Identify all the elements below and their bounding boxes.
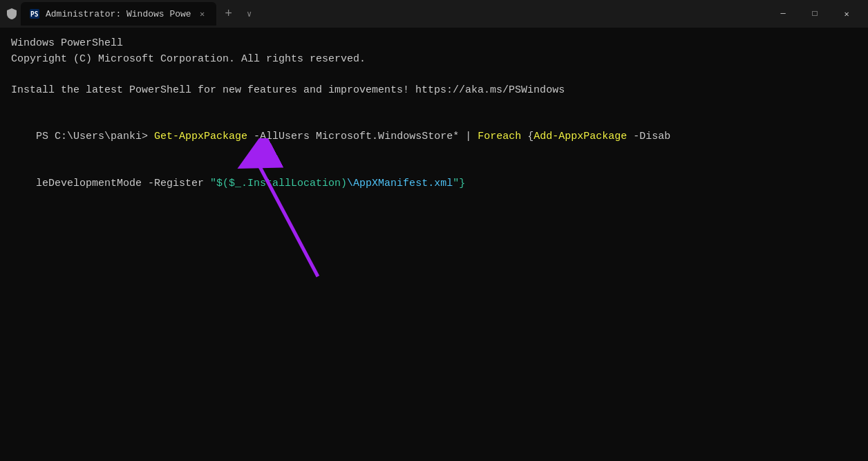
maximize-button[interactable]: □	[799, 3, 831, 25]
close-button[interactable]: ✕	[831, 3, 862, 25]
shield-icon	[6, 8, 18, 20]
title-bar-left: PS Administrator: Windows Powe ✕ + ∨	[6, 2, 258, 26]
line7-closing: "}	[453, 178, 465, 189]
line7-string: "$($_.InstallLocation)	[210, 178, 347, 189]
terminal-line-4: Install the latest PowerShell for new fe…	[11, 83, 857, 99]
terminal-line-7: leDevelopmentMode -Register "$($_.Instal…	[11, 160, 857, 207]
dropdown-button[interactable]: ∨	[241, 6, 258, 22]
cmd-part2: -AllUsers	[247, 131, 316, 142]
line7-part1: leDevelopmentMode -Register	[36, 178, 210, 189]
title-bar: PS Administrator: Windows Powe ✕ + ∨ ─ □…	[0, 0, 868, 28]
cmd-part4: |	[459, 131, 478, 142]
new-tab-button[interactable]: +	[219, 4, 238, 23]
tab-close-button[interactable]: ✕	[197, 8, 208, 19]
cmd-part6: {	[521, 131, 534, 142]
minimize-button[interactable]: ─	[767, 3, 799, 25]
line7-string-blue: \AppXManifest.xml	[347, 178, 453, 189]
terminal-body: Windows PowerShell Copyright (C) Microso…	[0, 28, 868, 216]
window-controls: ─ □ ✕	[767, 3, 862, 25]
cmd-part8: -Disab	[627, 131, 670, 142]
terminal-line-1: Windows PowerShell	[11, 36, 857, 52]
cmd-part7: Add-AppxPackage	[534, 131, 627, 142]
terminal-line-2: Copyright (C) Microsoft Corporation. All…	[11, 52, 857, 68]
cmd-part3: Microsoft.WindowsStore*	[316, 131, 459, 142]
active-tab[interactable]: PS Administrator: Windows Powe ✕	[21, 2, 216, 26]
terminal-line-6: PS C:\Users\panki> Get-AppxPackage -AllU…	[11, 114, 857, 161]
tab-ps-icon: PS	[29, 8, 40, 19]
cmd-part1: Get-AppxPackage	[154, 131, 247, 142]
cmd-part5: Foreach	[478, 131, 521, 142]
prompt-text: PS C:\Users\panki>	[36, 131, 154, 142]
tab-title: Administrator: Windows Powe	[46, 9, 191, 19]
svg-text:PS: PS	[30, 10, 39, 18]
